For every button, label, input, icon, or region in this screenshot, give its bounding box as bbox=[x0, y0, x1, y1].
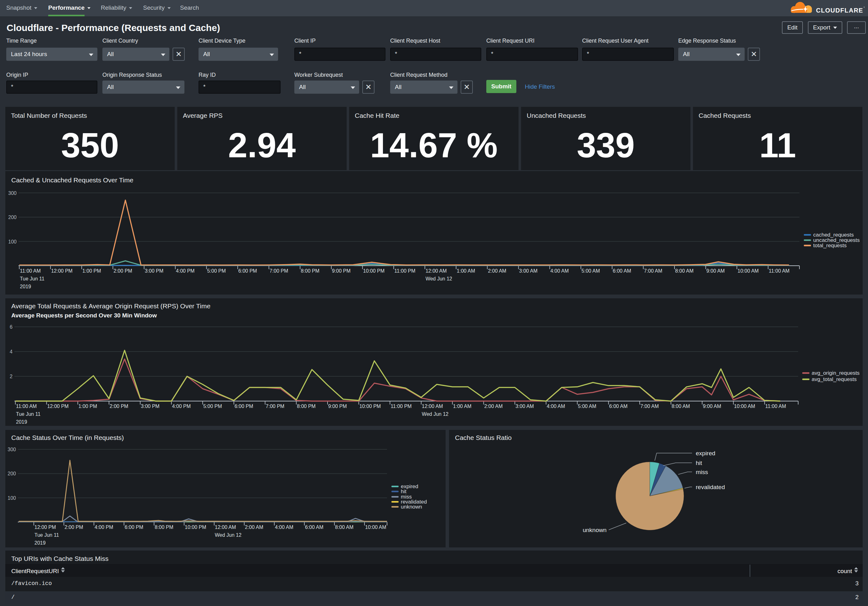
svg-text:revalidated: revalidated bbox=[696, 484, 725, 490]
svg-text:total_requests: total_requests bbox=[813, 242, 847, 249]
svg-text:8:00 AM: 8:00 AM bbox=[335, 525, 353, 530]
svg-text:Tue Jun 11: Tue Jun 11 bbox=[16, 412, 40, 417]
svg-text:Cache Status Ratio: Cache Status Ratio bbox=[455, 434, 512, 441]
svg-text:2:00 AM: 2:00 AM bbox=[245, 525, 264, 530]
svg-text:10:00 AM: 10:00 AM bbox=[734, 404, 755, 409]
svg-text:12:00 PM: 12:00 PM bbox=[47, 404, 68, 409]
svg-text:11:00 PM: 11:00 PM bbox=[391, 404, 411, 409]
svg-text:2: 2 bbox=[10, 374, 12, 379]
svg-text:12:00 PM: 12:00 PM bbox=[34, 525, 56, 530]
svg-text:2:00 AM: 2:00 AM bbox=[488, 268, 506, 273]
svg-text:300: 300 bbox=[8, 447, 16, 452]
svg-text:Wed Jun 12: Wed Jun 12 bbox=[215, 532, 242, 538]
svg-text:200: 200 bbox=[8, 214, 17, 220]
svg-text:7:00 AM: 7:00 AM bbox=[640, 404, 659, 409]
svg-text:Tue Jun 11: Tue Jun 11 bbox=[20, 276, 45, 281]
svg-text:2019: 2019 bbox=[20, 284, 31, 289]
svg-text:6:00 AM: 6:00 AM bbox=[613, 268, 631, 273]
svg-text:Tue Jun 11: Tue Jun 11 bbox=[34, 532, 59, 538]
svg-text:1:00 PM: 1:00 PM bbox=[82, 268, 101, 273]
svg-text:2:00 AM: 2:00 AM bbox=[484, 404, 503, 409]
svg-text:Average Requests per Second Ov: Average Requests per Second Over 30 Min … bbox=[11, 312, 157, 319]
svg-text:12:00 AM: 12:00 AM bbox=[215, 525, 236, 530]
svg-text:avg_origin_requests: avg_origin_requests bbox=[812, 370, 860, 376]
svg-text:11:00 AM: 11:00 AM bbox=[765, 404, 786, 409]
svg-text:5:00 AM: 5:00 AM bbox=[581, 268, 600, 273]
svg-text:Cached & Uncached Requests Ove: Cached & Uncached Requests Over Time bbox=[11, 176, 133, 183]
svg-text:unknown: unknown bbox=[401, 504, 422, 510]
svg-text:5:00 PM: 5:00 PM bbox=[203, 404, 222, 409]
svg-text:6:00 PM: 6:00 PM bbox=[125, 525, 143, 530]
svg-text:4: 4 bbox=[10, 349, 12, 354]
svg-text:Wed Jun 12: Wed Jun 12 bbox=[426, 276, 452, 281]
svg-text:4:00 PM: 4:00 PM bbox=[172, 404, 191, 409]
svg-text:1:00 AM: 1:00 AM bbox=[457, 268, 475, 273]
svg-text:Cache Status Over Time (in Req: Cache Status Over Time (in Requests) bbox=[11, 434, 124, 441]
svg-text:10:00 PM: 10:00 PM bbox=[363, 268, 384, 273]
svg-text:3:00 AM: 3:00 AM bbox=[519, 268, 538, 273]
svg-text:100: 100 bbox=[8, 496, 16, 501]
svg-text:12:00 PM: 12:00 PM bbox=[51, 268, 72, 273]
svg-text:3:00 PM: 3:00 PM bbox=[141, 404, 160, 409]
svg-text:4:00 AM: 4:00 AM bbox=[275, 525, 293, 530]
svg-text:12:00 AM: 12:00 AM bbox=[426, 268, 447, 273]
svg-text:9:00 AM: 9:00 AM bbox=[703, 404, 721, 409]
svg-text:300: 300 bbox=[8, 191, 17, 196]
svg-text:2019: 2019 bbox=[34, 540, 46, 545]
svg-text:7:00 PM: 7:00 PM bbox=[270, 268, 288, 273]
svg-text:8:00 PM: 8:00 PM bbox=[301, 268, 319, 273]
svg-text:2:00 PM: 2:00 PM bbox=[65, 525, 83, 530]
svg-text:12:00 AM: 12:00 AM bbox=[422, 404, 443, 409]
svg-text:8:00 PM: 8:00 PM bbox=[155, 525, 174, 530]
svg-text:100: 100 bbox=[8, 239, 17, 244]
svg-text:7:00 PM: 7:00 PM bbox=[266, 404, 285, 409]
svg-text:10:00 PM: 10:00 PM bbox=[360, 404, 381, 409]
svg-text:11:00 PM: 11:00 PM bbox=[394, 268, 415, 273]
svg-text:8:00 AM: 8:00 AM bbox=[672, 404, 690, 409]
svg-text:9:00 AM: 9:00 AM bbox=[707, 268, 725, 273]
svg-text:6:00 AM: 6:00 AM bbox=[609, 404, 628, 409]
svg-text:9:00 PM: 9:00 PM bbox=[332, 268, 351, 273]
svg-text:2:00 PM: 2:00 PM bbox=[114, 268, 132, 273]
svg-text:miss: miss bbox=[696, 469, 708, 475]
svg-text:4:00 AM: 4:00 AM bbox=[547, 404, 565, 409]
svg-text:4:00 PM: 4:00 PM bbox=[95, 525, 113, 530]
svg-text:1:00 AM: 1:00 AM bbox=[453, 404, 471, 409]
svg-text:10:00 AM: 10:00 AM bbox=[365, 525, 386, 530]
svg-text:Average Total Requests & Avera: Average Total Requests & Average Origin … bbox=[11, 302, 211, 309]
svg-text:2:00 PM: 2:00 PM bbox=[110, 404, 129, 409]
svg-text:6: 6 bbox=[10, 324, 12, 329]
svg-text:4:00 PM: 4:00 PM bbox=[176, 268, 195, 273]
svg-text:6:00 PM: 6:00 PM bbox=[234, 404, 253, 409]
svg-text:unknown: unknown bbox=[583, 527, 606, 533]
svg-text:4:00 AM: 4:00 AM bbox=[550, 268, 569, 273]
svg-text:5:00 AM: 5:00 AM bbox=[578, 404, 597, 409]
svg-text:7:00 AM: 7:00 AM bbox=[644, 268, 662, 273]
svg-text:11:00 AM: 11:00 AM bbox=[16, 404, 37, 409]
svg-text:hit: hit bbox=[696, 460, 702, 466]
svg-text:8:00 AM: 8:00 AM bbox=[675, 268, 694, 273]
svg-text:expired: expired bbox=[696, 450, 715, 457]
svg-text:11:00 AM: 11:00 AM bbox=[769, 268, 789, 273]
svg-text:9:00 PM: 9:00 PM bbox=[328, 404, 347, 409]
svg-text:3:00 PM: 3:00 PM bbox=[145, 268, 163, 273]
svg-text:1:00 PM: 1:00 PM bbox=[78, 404, 97, 409]
svg-text:Wed Jun 12: Wed Jun 12 bbox=[422, 412, 448, 417]
svg-text:11:00 AM: 11:00 AM bbox=[20, 268, 41, 273]
svg-text:avg_total_requests: avg_total_requests bbox=[812, 376, 857, 382]
svg-text:3:00 AM: 3:00 AM bbox=[515, 404, 534, 409]
svg-text:10:00 PM: 10:00 PM bbox=[185, 525, 206, 530]
svg-text:10:00 AM: 10:00 AM bbox=[738, 268, 759, 273]
svg-text:5:00 PM: 5:00 PM bbox=[207, 268, 226, 273]
svg-text:6:00 PM: 6:00 PM bbox=[238, 268, 257, 273]
svg-text:2019: 2019 bbox=[16, 419, 27, 424]
svg-text:8:00 PM: 8:00 PM bbox=[297, 404, 316, 409]
svg-text:6:00 AM: 6:00 AM bbox=[305, 525, 324, 530]
svg-text:200: 200 bbox=[8, 471, 16, 476]
